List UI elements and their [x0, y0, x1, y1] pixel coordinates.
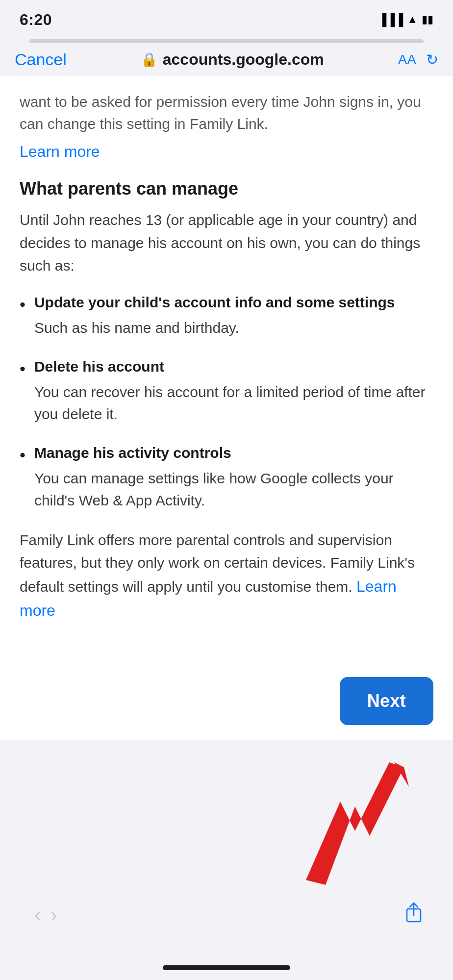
- button-area: Next: [0, 667, 453, 740]
- learn-more-link-top[interactable]: Learn more: [20, 143, 100, 160]
- bullet-dot: •: [20, 292, 25, 317]
- bullet-title: Update your child's account info and som…: [34, 292, 433, 313]
- wifi-icon: ▲: [407, 13, 418, 26]
- url-bar: 🔒 accounts.google.com: [141, 50, 324, 69]
- reload-icon[interactable]: ↻: [426, 51, 438, 68]
- url-text: accounts.google.com: [163, 50, 324, 69]
- svg-marker-1: [306, 762, 404, 885]
- bullet-content: Update your child's account info and som…: [34, 292, 433, 339]
- home-indicator: [163, 965, 290, 970]
- partial-text: want to be asked for permission every ti…: [20, 91, 433, 135]
- forward-button[interactable]: ›: [46, 899, 62, 931]
- content-area: want to be asked for permission every ti…: [0, 76, 453, 667]
- bullet-dot: •: [20, 443, 25, 468]
- section-heading: What parents can manage: [20, 178, 433, 199]
- bullet-title: Manage his activity controls: [34, 443, 433, 463]
- next-button[interactable]: Next: [340, 677, 433, 725]
- bottom-nav: ‹ ›: [0, 889, 453, 941]
- intro-text: Until John reaches 13 (or applicable age…: [20, 209, 433, 277]
- red-arrow: [277, 757, 414, 897]
- lock-icon: 🔒: [141, 51, 158, 68]
- bullet-desc: Such as his name and birthday.: [34, 317, 433, 339]
- battery-icon: ▮▮: [422, 13, 433, 26]
- signal-icon: ▐▐▐: [378, 13, 403, 26]
- list-item: • Manage his activity controls You can m…: [20, 443, 433, 511]
- bullet-content: Delete his account You can recover his a…: [34, 356, 433, 425]
- arrow-annotation: [0, 740, 453, 906]
- list-item: • Delete his account You can recover his…: [20, 356, 433, 425]
- aa-button[interactable]: AA: [398, 52, 416, 68]
- bullet-dot: •: [20, 356, 25, 381]
- cancel-button[interactable]: Cancel: [15, 50, 67, 69]
- scroll-indicator: [29, 39, 424, 43]
- back-button[interactable]: ‹: [29, 899, 46, 931]
- bullet-desc: You can recover his account for a limite…: [34, 381, 433, 425]
- bullet-desc: You can manage settings like how Google …: [34, 467, 433, 511]
- bullet-content: Manage his activity controls You can man…: [34, 443, 433, 511]
- browser-actions: AA ↻: [398, 51, 438, 68]
- status-bar: 6:20 ▐▐▐ ▲ ▮▮: [0, 0, 453, 39]
- browser-chrome: Cancel 🔒 accounts.google.com AA ↻: [0, 43, 453, 76]
- bullet-title: Delete his account: [34, 356, 433, 377]
- bullet-list: • Update your child's account info and s…: [20, 292, 433, 511]
- list-item: • Update your child's account info and s…: [20, 292, 433, 339]
- footer-text: Family Link offers more parental control…: [20, 529, 433, 623]
- status-icons: ▐▐▐ ▲ ▮▮: [378, 13, 433, 26]
- share-button[interactable]: [404, 902, 424, 928]
- status-time: 6:20: [20, 11, 52, 29]
